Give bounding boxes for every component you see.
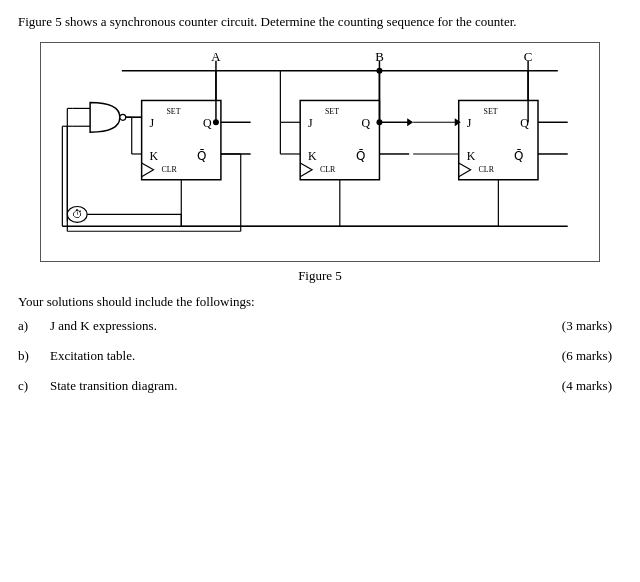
svg-text:Q̄: Q̄ — [356, 148, 365, 162]
svg-text:CLR: CLR — [479, 164, 495, 173]
svg-point-13 — [120, 114, 126, 120]
svg-rect-33 — [300, 100, 379, 179]
svg-text:SET: SET — [325, 107, 339, 116]
question-text: Figure 5 shows a synchronous counter cir… — [18, 12, 622, 32]
svg-point-67 — [213, 119, 219, 125]
solution-part-c: c) State transition diagram. (4 marks) — [18, 378, 622, 394]
solution-part-a: a) J and K expressions. (3 marks) — [18, 318, 622, 334]
part-b-marks: (6 marks) — [562, 348, 612, 364]
solution-part-b: b) Excitation table. (6 marks) — [18, 348, 622, 364]
svg-text:Q̄: Q̄ — [514, 148, 523, 162]
svg-text:Q: Q — [362, 116, 371, 130]
part-a-marks: (3 marks) — [562, 318, 612, 334]
svg-text:CLR: CLR — [161, 164, 177, 173]
part-c-marks: (4 marks) — [562, 378, 612, 394]
svg-text:Q: Q — [203, 116, 212, 130]
figure-label: Figure 5 — [18, 268, 622, 284]
svg-text:CLR: CLR — [320, 164, 336, 173]
part-c-description: State transition diagram. — [50, 378, 177, 394]
svg-point-68 — [376, 119, 382, 125]
svg-marker-46 — [407, 118, 413, 126]
part-a-letter: a) — [18, 318, 38, 334]
svg-rect-48 — [459, 100, 538, 179]
svg-text:J: J — [467, 116, 472, 130]
svg-text:SET: SET — [484, 107, 498, 116]
part-c-letter: c) — [18, 378, 38, 394]
svg-text:⏱: ⏱ — [72, 208, 83, 220]
svg-text:SET: SET — [166, 107, 180, 116]
svg-text:K: K — [308, 148, 317, 162]
part-b-letter: b) — [18, 348, 38, 364]
svg-text:J: J — [308, 116, 313, 130]
figure-container: A B C J — [40, 42, 600, 262]
svg-text:K: K — [467, 148, 476, 162]
part-b-description: Excitation table. — [50, 348, 135, 364]
part-a-description: J and K expressions. — [50, 318, 157, 334]
svg-text:K: K — [150, 148, 159, 162]
svg-rect-20 — [142, 100, 221, 179]
solutions-intro: Your solutions should include the follow… — [18, 294, 622, 310]
svg-text:J: J — [150, 116, 155, 130]
solution-parts: a) J and K expressions. (3 marks) b) Exc… — [18, 318, 622, 394]
svg-text:Q̄: Q̄ — [197, 148, 206, 162]
